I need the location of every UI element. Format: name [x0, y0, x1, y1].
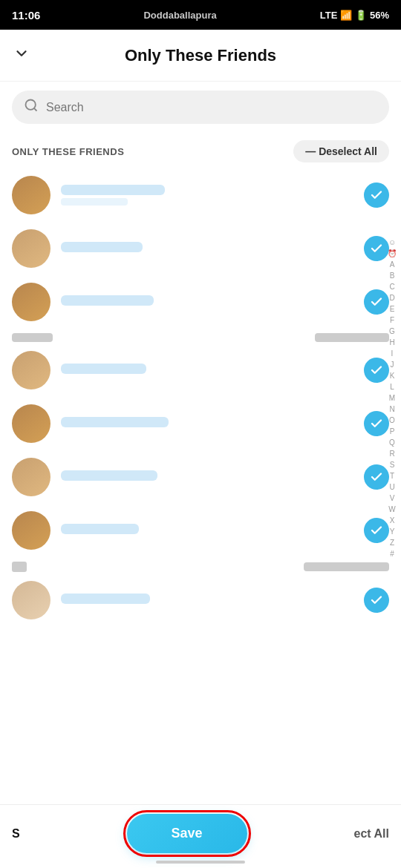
alpha-item[interactable]: ☺: [385, 237, 399, 247]
friend-info: [61, 524, 353, 537]
friend-name-blur: [61, 364, 146, 374]
network-icon: LTE 📶: [320, 10, 352, 21]
list-item[interactable]: [0, 222, 401, 275]
avatar: [12, 351, 50, 389]
search-icon: [24, 98, 39, 116]
avatar: [12, 176, 50, 214]
friend-name-blur: [61, 185, 165, 195]
friends-list: [0, 168, 401, 686]
list-item[interactable]: [0, 275, 401, 329]
friend-check-toggle[interactable]: [364, 588, 389, 613]
alpha-item[interactable]: G: [386, 326, 398, 336]
search-container: [0, 82, 401, 133]
list-item[interactable]: [0, 450, 401, 504]
section-label: ONLY THESE FRIENDS: [12, 146, 124, 157]
friend-name-blur: [61, 417, 169, 427]
list-item[interactable]: [0, 168, 401, 222]
status-bar: 11:06 Doddaballapura LTE 📶 🔋 56%: [0, 0, 401, 30]
section-header: ONLY THESE FRIENDS — Deselect All: [0, 133, 401, 168]
list-item[interactable]: [0, 343, 401, 397]
alpha-item[interactable]: M: [386, 393, 398, 403]
header: Only These Friends: [0, 30, 401, 82]
alpha-item[interactable]: R: [386, 449, 397, 458]
alpha-item[interactable]: Y: [387, 527, 398, 536]
avatar: [12, 581, 50, 619]
alpha-item[interactable]: U: [386, 482, 397, 492]
alpha-item[interactable]: Q: [386, 438, 398, 447]
alpha-item[interactable]: Z: [387, 538, 397, 548]
alpha-index: ☺ ⏰ A B C D E F G H I J K L M N O P Q R …: [385, 237, 400, 559]
bottom-section-letter: S: [12, 827, 20, 841]
alpha-item[interactable]: E: [387, 304, 398, 314]
alpha-item[interactable]: C: [386, 282, 397, 292]
alpha-item[interactable]: O: [386, 415, 398, 425]
select-all-partial[interactable]: ect All: [354, 827, 389, 841]
deselect-all-button[interactable]: — Deselect All: [293, 140, 389, 162]
friend-info: [61, 295, 353, 309]
friend-check-toggle[interactable]: [364, 183, 389, 208]
alpha-item[interactable]: P: [387, 427, 398, 436]
friend-name-blur: [61, 524, 139, 534]
search-bar[interactable]: [12, 91, 389, 124]
friend-info: [61, 185, 353, 206]
alpha-item[interactable]: T: [387, 471, 397, 481]
alpha-item[interactable]: L: [387, 382, 397, 392]
battery-level: 56%: [370, 10, 389, 21]
alpha-item[interactable]: B: [387, 271, 398, 280]
letter-divider: [0, 557, 401, 573]
page-title: Only These Friends: [125, 46, 276, 65]
alpha-item[interactable]: J: [388, 360, 397, 369]
alpha-item[interactable]: S: [387, 460, 398, 470]
friend-info: [61, 364, 353, 377]
svg-line-1: [34, 108, 37, 111]
status-location: Doddaballapura: [143, 10, 216, 21]
alpha-item[interactable]: I: [388, 349, 397, 358]
alpha-item[interactable]: H: [386, 338, 397, 347]
alpha-item[interactable]: D: [386, 293, 397, 303]
friend-info: [61, 242, 353, 255]
alpha-item[interactable]: A: [387, 260, 398, 269]
alpha-item[interactable]: K: [387, 371, 398, 381]
status-right: LTE 📶 🔋 56%: [320, 10, 389, 21]
avatar: [12, 458, 50, 496]
friend-name-blur: [61, 242, 143, 252]
bottom-bar: S Save ect All: [0, 804, 401, 868]
alpha-item[interactable]: F: [387, 315, 397, 325]
friend-name-blur: [61, 295, 154, 306]
friend-sub-blur: [61, 198, 128, 206]
list-item[interactable]: [0, 504, 401, 557]
alpha-item[interactable]: N: [386, 404, 397, 414]
svg-point-0: [26, 100, 36, 110]
back-button[interactable]: [13, 45, 30, 66]
alpha-item[interactable]: #: [387, 549, 397, 559]
alpha-item[interactable]: X: [387, 516, 398, 525]
letter-divider: [0, 329, 401, 343]
friend-name-blur: [61, 470, 157, 481]
friend-name-blur: [61, 594, 150, 604]
search-input[interactable]: [46, 101, 377, 114]
friend-info: [61, 417, 353, 430]
avatar: [12, 283, 50, 321]
avatar: [12, 511, 50, 550]
friend-info: [61, 594, 353, 607]
alpha-item[interactable]: ⏰: [385, 249, 400, 258]
friend-info: [61, 470, 353, 484]
save-button[interactable]: Save: [127, 814, 247, 853]
list-item[interactable]: [0, 573, 401, 627]
alpha-item[interactable]: V: [387, 493, 398, 503]
avatar: [12, 229, 50, 268]
status-time: 11:06: [12, 9, 40, 22]
avatar: [12, 404, 50, 443]
alpha-item[interactable]: W: [385, 504, 398, 514]
home-indicator: [156, 861, 245, 864]
list-item[interactable]: [0, 397, 401, 450]
battery-icon: 🔋: [355, 10, 367, 21]
